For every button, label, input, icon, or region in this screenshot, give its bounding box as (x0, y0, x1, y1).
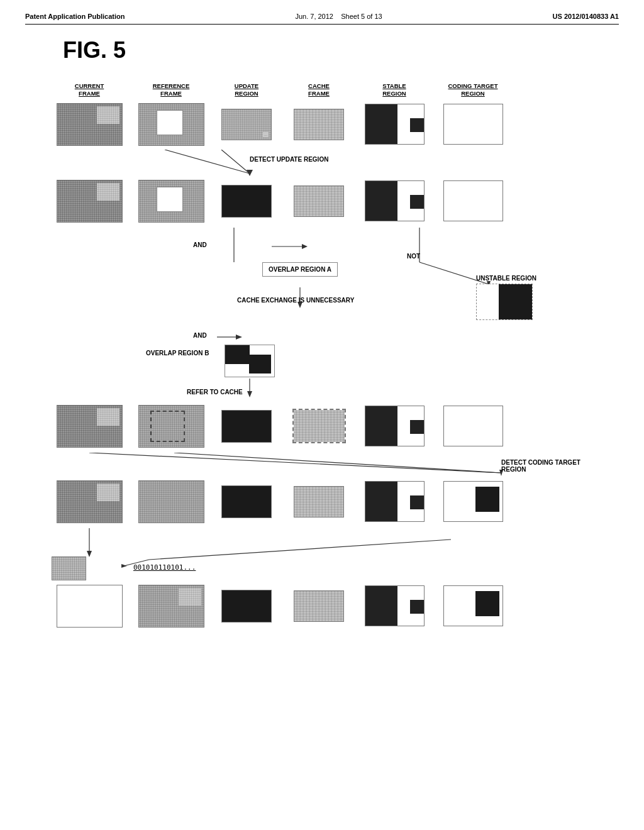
row2-reference-whiterect (157, 187, 183, 212)
row1-cache-noise (294, 109, 343, 140)
col-header-reference: REFERENCEFRAME (130, 82, 212, 98)
overlap-b-black (249, 355, 271, 374)
row3-cache-noise (294, 410, 345, 442)
svg-marker-22 (121, 564, 127, 568)
row3-reference-cell (130, 405, 212, 448)
detect-update-arrows (48, 150, 596, 179)
row4-cache-frame: ... (294, 486, 344, 517)
row1-stable-notch (410, 118, 424, 132)
row2-stable-cell (357, 180, 432, 221)
row4-update-cell (212, 485, 281, 518)
row4-current-highlight (97, 484, 119, 501)
row2-update-cell (212, 185, 281, 218)
not-label: NOT (407, 253, 420, 260)
row4-cache-cell: ... (281, 486, 357, 517)
row2-cache-cell: ... (281, 185, 357, 217)
row5-update-cell (212, 590, 281, 622)
refer-arrow-svg (48, 331, 596, 400)
row1-current-cell (48, 103, 130, 146)
col-header-current: CURRENTFRAME (48, 82, 130, 98)
detect-update-label: DETECT UPDATE REGION (250, 156, 328, 163)
col-header-coding: CODING TARGETREGION (432, 82, 514, 98)
row2-stable-black (365, 181, 397, 221)
refer-to-cache-label: REFER TO CACHE (187, 389, 243, 396)
row-1: ... ... (48, 103, 596, 146)
svg-marker-12 (236, 335, 242, 340)
row2-update-black (221, 185, 272, 218)
row5-stable-black (365, 586, 397, 626)
row5-coding-cell (432, 585, 514, 626)
svg-line-1 (221, 150, 250, 174)
overlap-b-frame (225, 345, 275, 377)
overlap-b-black2 (225, 345, 250, 364)
row4-stable-frame (365, 481, 425, 522)
row3-stable-notch (410, 420, 424, 434)
row2-stable-frame (365, 180, 425, 221)
row1-coding-cell (432, 104, 514, 145)
and2-arrows-svg (48, 331, 596, 400)
row3-cache-cell (281, 409, 357, 443)
svg-marker-6 (302, 244, 308, 249)
header-right: US 2012/0140833 A1 (553, 13, 619, 20)
row3-reference-dashed (150, 411, 185, 442)
row1-cache-dots: ... (340, 135, 342, 138)
svg-line-20 (149, 540, 451, 560)
row4-coding-black (475, 487, 499, 512)
header-center: Jun. 7, 2012 Sheet 5 of 13 (295, 13, 382, 20)
row4-current-cell (48, 480, 130, 523)
svg-line-17 (174, 453, 501, 473)
row3-cache-frame-outer (292, 409, 346, 443)
row4-reference-noise (139, 481, 204, 523)
unstable-black (499, 284, 532, 319)
overlap-region-a-box: OVERLAP REGION A (262, 262, 338, 277)
row2-stable-notch (410, 195, 424, 209)
row3-coding-cell (432, 406, 514, 446)
row1-stable-black (365, 104, 397, 144)
row4-stable-cell (357, 481, 432, 522)
row1-reference-cell (130, 103, 212, 146)
detect-update-section: DETECT UPDATE REGION (48, 150, 596, 179)
row5-reference-cell (130, 585, 212, 628)
row2-cache-dots: ... (340, 211, 342, 215)
row1-cache-frame: ... (294, 109, 344, 140)
row4-reference-frame (138, 480, 204, 523)
binary-arrows-svg (48, 528, 596, 578)
row2-cache-frame: ... (294, 185, 344, 217)
row5-stable-cell (357, 585, 432, 626)
unstable-white (477, 284, 499, 319)
row5-stable-notch (410, 600, 424, 614)
row5-reference-frame (138, 585, 204, 628)
row5-update-black (221, 590, 272, 622)
row2-current-cell (48, 180, 130, 223)
row4-stable-black (365, 482, 397, 521)
header-date: Jun. 7, 2012 (295, 13, 333, 20)
row2-coding-cell (432, 180, 514, 221)
overlap-b-label: OVERLAP REGION B (146, 350, 209, 357)
row3-current-cell (48, 405, 130, 448)
row3-stable-cell (357, 406, 432, 446)
binary-code-text: 001010110101... (133, 563, 196, 572)
row5-coding-frame (443, 585, 503, 626)
row-4: ... (48, 480, 596, 523)
binary-code-display: 001010110101... (133, 563, 196, 572)
row3-current-highlight (97, 408, 119, 426)
compressed-frame (52, 556, 86, 580)
row2-cache-noise (294, 186, 343, 216)
row5-current-frame (57, 585, 123, 628)
row3-stable-frame (365, 406, 425, 446)
row1-coding-frame (443, 104, 503, 145)
row1-reference-frame (138, 103, 204, 146)
row3-reference-frame (138, 405, 204, 448)
row1-update-frame: ... (221, 109, 272, 140)
and-label-1: AND (193, 241, 207, 248)
row3-cache-dashed (292, 409, 346, 443)
svg-marker-14 (247, 391, 252, 397)
row1-update-cell: ... (212, 109, 281, 140)
row5-cache-frame: ... (294, 590, 344, 622)
row2-reference-cell (130, 180, 212, 223)
unstable-label: UNSTABLE REGION (476, 275, 536, 282)
col-header-update: UPDATEREGION (212, 82, 281, 98)
unstable-frame (476, 284, 533, 320)
row3-stable-black (365, 406, 397, 446)
row4-reference-cell (130, 480, 212, 523)
